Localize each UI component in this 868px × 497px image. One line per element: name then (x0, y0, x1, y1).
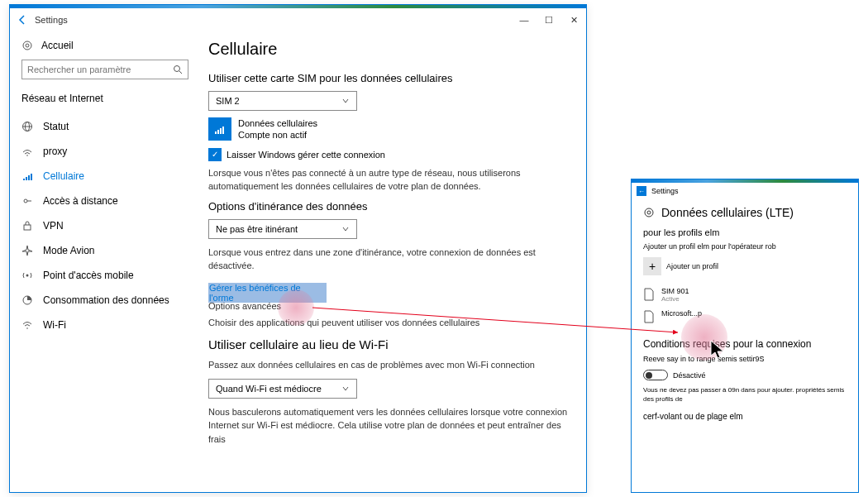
sidebar-item-datausage[interactable]: Consommation des données (21, 288, 188, 313)
choose-apps-link[interactable]: Choisir des applications qui peuvent uti… (208, 316, 570, 330)
back-arrow-icon (17, 15, 27, 25)
esim-heading: Données cellulaires (LTE) (643, 206, 847, 219)
vpn-icon (21, 220, 33, 232)
wifi-icon (21, 146, 33, 157)
profile-name: SIM 901 (661, 287, 689, 295)
esim-desc: Ajouter un profil elm pour l'opérateur r… (643, 242, 847, 251)
chevron-down-icon (341, 97, 350, 105)
sim-dropdown[interactable]: SIM 2 (208, 91, 357, 111)
sidebar-item-dialup[interactable]: Accès à distance (21, 189, 188, 213)
search-icon (173, 65, 183, 74)
profile-item[interactable]: Microsoft...p (643, 309, 847, 323)
sidebar-item-proxy[interactable]: proxy (21, 139, 188, 164)
svg-rect-8 (23, 179, 25, 180)
sidebar-item-cellular[interactable]: Cellulaire (21, 164, 188, 189)
chevron-down-icon (341, 225, 350, 233)
sidebar: Accueil Réseau et Internet Statut proxy … (10, 31, 200, 492)
cellular-data-tile[interactable]: Données cellulaires Compte non actif (208, 117, 570, 141)
wifi-fallback-dropdown[interactable]: Quand Wi-Fi est médiocre (208, 379, 357, 399)
search-input[interactable] (27, 65, 173, 74)
cellular-data-sub: Compte non actif (238, 129, 317, 141)
svg-rect-20 (220, 128, 222, 134)
home-label: Accueil (41, 40, 74, 51)
cellular-bars-icon (208, 117, 231, 141)
svg-point-1 (26, 44, 29, 47)
content-pane: Cellulaire Utiliser cette carte SIM pour… (200, 31, 586, 492)
sim-icon (643, 310, 655, 323)
svg-rect-18 (215, 131, 217, 134)
manage-connection-label: Laisser Windows gérer cette connexion (227, 150, 385, 160)
svg-point-22 (645, 208, 653, 217)
profile-item[interactable]: SIM 901 Active (643, 287, 847, 303)
esim-settings-window: ← Settings Données cellulaires (LTE) pou… (631, 179, 859, 493)
back-button[interactable]: ← (637, 186, 646, 196)
profile-status: Active (661, 295, 689, 303)
signin-conditions-desc: Reeve say in to range semis settir9S (643, 355, 847, 363)
wifi-fallback-value: Quand Wi-Fi est médiocre (216, 384, 322, 394)
chevron-down-icon (341, 385, 350, 393)
window-header: ← Settings (632, 183, 858, 199)
svg-point-7 (26, 155, 28, 156)
add-profile-label: Ajouter un profil (666, 262, 718, 270)
sidebar-item-wifi[interactable]: Wi-Fi (21, 313, 188, 337)
signin-conditions-title: Conditions requises pour la connexion (643, 338, 847, 350)
search-box[interactable] (21, 60, 188, 79)
svg-point-0 (23, 41, 31, 50)
sidebar-item-label: Wi-Fi (43, 319, 66, 331)
data-usage-icon (21, 294, 33, 306)
svg-rect-14 (24, 225, 31, 230)
wifi-fallback-heading: Utiliser cellulaire au lieu de Wi-Fi (208, 337, 570, 351)
manage-connection-checkbox[interactable]: ✓ Laisser Windows gérer cette connexion (208, 148, 570, 161)
svg-line-3 (179, 71, 182, 74)
sidebar-item-label: Consommation des données (43, 294, 169, 306)
add-profile-button[interactable]: + Ajouter un profil (643, 257, 847, 275)
gear-icon (21, 40, 33, 51)
signin-note: Vous ne devez pas passer à 09n dans pour… (643, 385, 847, 404)
svg-point-15 (26, 275, 29, 277)
maximize-button[interactable]: ☐ (537, 8, 561, 31)
cellular-icon (21, 170, 33, 182)
settings-window: Settings — ☐ ✕ Accueil Réseau et Interne… (9, 4, 587, 493)
sidebar-item-label: Statut (43, 121, 69, 132)
svg-rect-21 (222, 127, 224, 134)
sidebar-item-airplane[interactable]: Mode Avion (21, 238, 188, 263)
sim-icon (643, 288, 655, 301)
sidebar-item-vpn[interactable]: VPN (21, 213, 188, 238)
sidebar-item-label: Point d'accès mobile (43, 270, 134, 281)
svg-point-12 (24, 199, 27, 203)
dialup-icon (21, 195, 33, 207)
sidebar-item-label: VPN (43, 220, 64, 232)
gear-icon (643, 207, 655, 218)
wifi-fallback-desc: Passez aux données cellulaires en cas de… (208, 358, 570, 372)
sidebar-item-label: Cellulaire (43, 170, 84, 182)
cellular-data-title: Données cellulaires (238, 117, 317, 129)
home-link[interactable]: Accueil (21, 40, 188, 51)
toggle-label: Désactivé (673, 371, 706, 380)
sidebar-item-label: Accès à distance (43, 195, 118, 207)
minimize-button[interactable]: — (512, 8, 537, 31)
footer-link[interactable]: cerf-volant ou de plage elm (643, 412, 847, 421)
svg-rect-11 (31, 174, 32, 180)
sidebar-item-status[interactable]: Statut (21, 114, 188, 139)
svg-point-17 (26, 327, 28, 329)
wifi-fallback-note: Nous basculerons automatiquement vers le… (208, 405, 570, 447)
esim-subheading: pour les profils elm (643, 227, 847, 237)
sim-select-label: Utiliser cette carte SIM pour les donnée… (208, 72, 570, 84)
signin-toggle[interactable]: Désactivé (643, 370, 847, 380)
manage-esim-link[interactable]: Gérer les bénéfices de l'ormeGérer les b… (208, 283, 327, 293)
profile-name: Microsoft...p (661, 309, 702, 318)
sim-dropdown-value: SIM 2 (216, 96, 240, 106)
back-button[interactable] (17, 14, 28, 26)
window-title: Settings (35, 15, 68, 25)
svg-rect-9 (26, 177, 27, 180)
roaming-dropdown[interactable]: Ne pas être itinérant (208, 219, 357, 239)
hotspot-icon (21, 270, 33, 281)
sidebar-item-label: proxy (43, 146, 67, 157)
svg-rect-19 (217, 130, 219, 134)
close-button[interactable]: ✕ (561, 8, 586, 31)
roaming-dropdown-value: Ne pas être itinérant (216, 224, 298, 234)
window-header: Settings — ☐ ✕ (10, 8, 586, 31)
page-heading: Cellulaire (208, 40, 570, 59)
sidebar-item-hotspot[interactable]: Point d'accès mobile (21, 263, 188, 288)
svg-point-2 (174, 66, 180, 72)
